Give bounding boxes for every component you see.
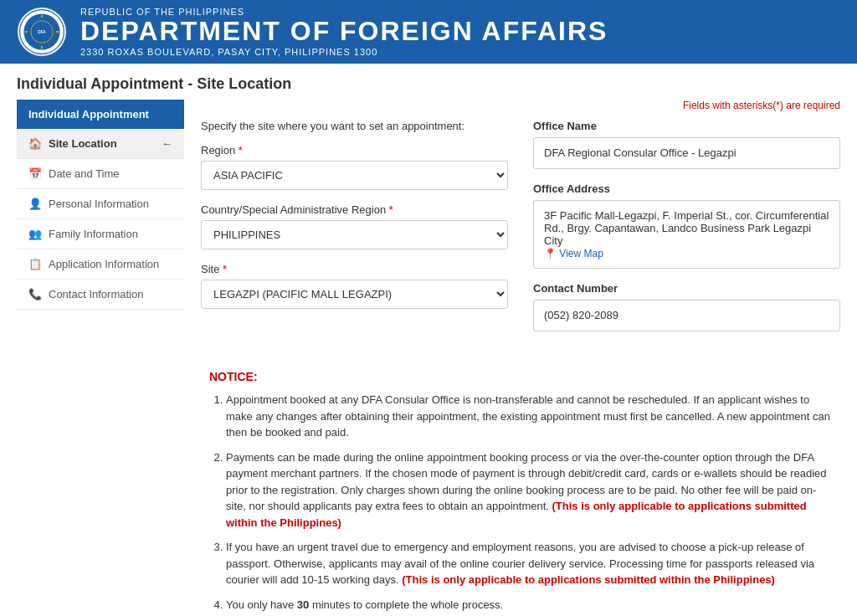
office-name-label: Office Name <box>533 120 840 132</box>
map-pin-icon: 📍 <box>544 248 557 259</box>
notice-section: NOTICE: Appointment booked at any DFA Co… <box>201 370 840 616</box>
sidebar-label-site-location: Site Location <box>49 137 117 150</box>
notice-item-4: You only have 30 minutes to complete the… <box>226 597 832 613</box>
notice-bold-30: 30 <box>297 598 309 611</box>
country-label: Country/Special Administrative Region * <box>201 203 508 216</box>
sidebar-label-date-time: Date and Time <box>49 167 120 180</box>
page-title: Individual Appointment - Site Location <box>0 64 857 100</box>
office-address-value: 3F Pacific Mall-Legazpi, F. Imperial St.… <box>533 200 840 269</box>
notice-item-3: If you have an urgent travel due to emer… <box>226 539 832 588</box>
office-name-value: DFA Regional Consular Office - Legazpi <box>533 137 840 169</box>
sidebar-item-date-time[interactable]: 📅 Date and Time <box>17 159 184 189</box>
region-label: Region * <box>201 144 508 157</box>
sidebar-item-contact-info[interactable]: 📞 Contact Information <box>17 280 184 310</box>
family-icon: 👥 <box>28 228 42 240</box>
site-select[interactable]: LEGAZPI (PACIFIC MALL LEGAZPI) <box>201 280 508 309</box>
document-icon: 📋 <box>28 258 42 270</box>
dfa-address: 2330 Roxas Boulevard, Pasay City, Philip… <box>80 47 608 57</box>
notice-red-2: (This is only applicable to applications… <box>226 500 807 529</box>
notice-list: Appointment booked at any DFA Consular O… <box>209 392 832 613</box>
notice-red-3: (This is only applicable to applications… <box>402 573 775 586</box>
content-area: Fields with asterisks(*) are required Sp… <box>201 100 840 616</box>
arrow-icon: ← <box>162 137 172 150</box>
sidebar-label-contact-info: Contact Information <box>49 288 143 300</box>
contact-label: Contact Number <box>533 282 840 295</box>
calendar-icon: 📅 <box>28 167 42 180</box>
region-select[interactable]: ASIA PACIFIC <box>201 161 508 190</box>
contact-value: (052) 820-2089 <box>533 300 840 331</box>
country-group: Country/Special Administrative Region * … <box>201 203 508 249</box>
office-address-label: Office Address <box>533 182 840 195</box>
required-note: Fields with asterisks(*) are required <box>201 100 840 111</box>
view-map-link[interactable]: 📍 View Map <box>544 248 603 259</box>
header-text-block: Republic of the Philippines Department o… <box>80 7 608 56</box>
sidebar-item-application-info[interactable]: 📋 Application Information <box>17 249 184 280</box>
sidebar-item-personal-info[interactable]: 👤 Personal Information <box>17 189 184 219</box>
phone-icon: 📞 <box>28 288 42 300</box>
specify-text: Specify the site where you want to set a… <box>201 120 508 132</box>
site-label: Site * <box>201 263 508 275</box>
svg-text:DFA: DFA <box>38 30 46 34</box>
notice-title: NOTICE: <box>209 370 832 383</box>
form-left: Specify the site where you want to set a… <box>201 120 508 345</box>
sidebar-item-site-location[interactable]: 🏠 Site Location ← <box>17 129 184 159</box>
sidebar-item-family-info[interactable]: 👥 Family Information <box>17 219 184 249</box>
home-icon: 🏠 <box>28 137 42 150</box>
form-right: Office Name DFA Regional Consular Office… <box>533 120 840 345</box>
country-select[interactable]: PHILIPPINES <box>201 220 508 249</box>
site-group: Site * LEGAZPI (PACIFIC MALL LEGAZPI) <box>201 263 508 309</box>
person-icon: 👤 <box>28 198 42 210</box>
notice-item-1: Appointment booked at any DFA Consular O… <box>226 392 832 441</box>
sidebar: Individual Appointment 🏠 Site Location ←… <box>17 100 184 616</box>
region-group: Region * ASIA PACIFIC <box>201 144 508 190</box>
main-layout: Individual Appointment 🏠 Site Location ←… <box>0 100 857 616</box>
dfa-title: Department of Foreign Affairs <box>80 17 608 46</box>
sidebar-label-personal-info: Personal Information <box>49 198 149 210</box>
sidebar-header: Individual Appointment <box>17 100 184 129</box>
sidebar-label-family-info: Family Information <box>49 228 138 240</box>
page-header: DFA Republic of the Philippines Departme… <box>0 0 857 64</box>
form-section: Specify the site where you want to set a… <box>201 120 840 345</box>
sidebar-label-application-info: Application Information <box>49 258 159 270</box>
notice-item-2: Payments can be made during the online a… <box>226 449 832 531</box>
dfa-seal: DFA <box>17 7 67 57</box>
